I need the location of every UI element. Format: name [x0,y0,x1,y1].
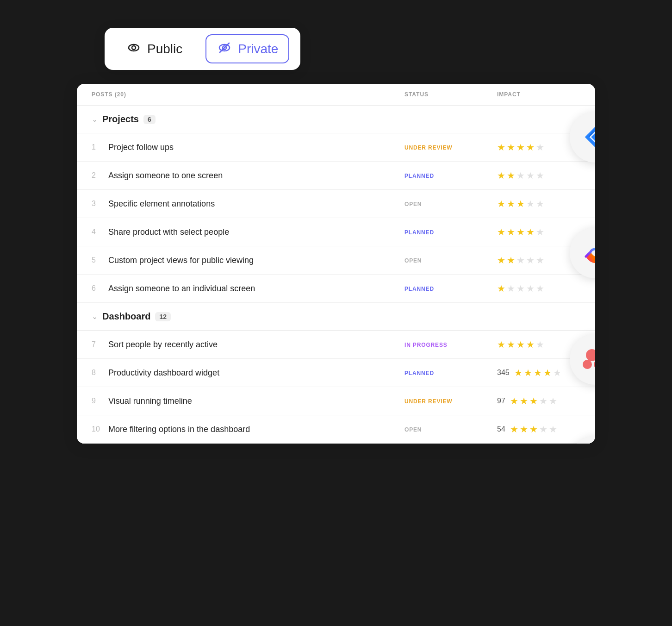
row-post-4: 4 Share product with select people [92,227,404,237]
row-stars-2: ★ ★ ★ ★ ★ [497,170,544,181]
visibility-toggle-bar: Public Private [105,28,300,70]
row-num-6: 6 [92,284,105,293]
row-status-10: OPEN [404,425,497,433]
private-label: Private [238,42,278,56]
row-num-7: 7 [92,340,105,349]
row-post-10: 10 More filtering options in the dashboa… [92,425,404,434]
section-dashboard-header: ⌄ Dashboard 12 [77,303,595,331]
impact-num-10: 54 [497,425,505,433]
svg-point-1 [132,46,136,50]
row-stars-8: ★ ★ ★ ★ ★ [514,367,561,378]
row-status-2: PLANNED [404,171,497,180]
row-num-3: 3 [92,200,105,208]
main-table-card: POSTS (20) STATUS IMPACT ⌄ Projects 6 1 … [77,84,595,444]
row-status-6: PLANNED [404,284,497,293]
table-row: 6 Assign someone to an individual screen… [77,275,595,303]
svg-point-6 [583,360,592,369]
row-stars-4: ★ ★ ★ ★ ★ [497,226,544,238]
row-impact-9: 97 ★ ★ ★ ★ ★ [497,395,580,407]
dashboard-section-title: Dashboard [102,311,150,322]
row-num-10: 10 [92,425,105,433]
row-title-8: Productivity dashboard widget [108,368,219,378]
row-post-2: 2 Assign someone to one screen [92,171,404,181]
row-impact-10: 54 ★ ★ ★ ★ ★ [497,424,580,435]
public-option[interactable]: Public [116,35,193,63]
row-post-6: 6 Assign someone to an individual screen [92,284,404,294]
row-num-5: 5 [92,256,105,264]
row-title-10: More filtering options in the dashboard [108,425,250,434]
row-status-9: UNDER REVIEW [404,397,497,405]
eye-open-icon [126,40,142,58]
public-label: Public [147,42,182,56]
col-status: STATUS [404,91,497,98]
row-title-6: Assign someone to an individual screen [108,284,255,294]
dashboard-count-badge: 12 [155,312,171,321]
row-num-4: 4 [92,228,105,236]
row-num-2: 2 [92,171,105,180]
row-status-3: OPEN [404,200,497,208]
row-post-3: 3 Specific element annotations [92,199,404,209]
row-title-1: Project follow ups [108,143,174,152]
table-row: 5 Custom project views for public viewin… [77,246,595,275]
dashboard-chevron-icon[interactable]: ⌄ [92,312,98,321]
row-impact-6: ★ ★ ★ ★ ★ [497,283,580,294]
row-status-7: IN PROGRESS [404,340,497,349]
row-impact-8: 345 ★ ★ ★ ★ ★ [497,367,580,378]
svg-point-7 [594,360,595,369]
row-title-2: Assign someone to one screen [108,171,223,181]
row-stars-5: ★ ★ ★ ★ ★ [497,255,544,266]
table-row: 2 Assign someone to one screen PLANNED ★… [77,162,595,190]
row-impact-7: ★ ★ ★ ★ ★ [497,339,580,350]
table-row: 8 Productivity dashboard widget PLANNED … [77,359,595,387]
table-row: 4 Share product with select people PLANN… [77,218,595,246]
row-post-9: 9 Visual running timeline [92,396,404,406]
eye-slash-icon [217,40,232,58]
row-num-1: 1 [92,143,105,151]
row-title-9: Visual running timeline [108,396,192,406]
col-impact: IMPACT [497,91,580,98]
row-impact-2: ★ ★ ★ ★ ★ [497,170,580,181]
table-row: 1 Project follow ups UNDER REVIEW ★ ★ ★ … [77,133,595,162]
row-status-8: PLANNED [404,369,497,377]
row-title-3: Specific element annotations [108,199,215,209]
row-post-7: 7 Sort people by recently active [92,340,404,350]
projects-section-title: Projects [102,114,139,125]
section-projects-header: ⌄ Projects 6 [77,106,595,133]
private-option[interactable]: Private [205,34,289,63]
impact-num-9: 97 [497,397,505,405]
table-header: POSTS (20) STATUS IMPACT [77,84,595,106]
row-status-5: OPEN [404,256,497,264]
page-wrapper: Public Private POSTS (20) STATUS IMPACT … [77,9,595,444]
row-status-4: PLANNED [404,228,497,236]
row-title-5: Custom project views for public viewing [108,256,254,265]
row-stars-10: ★ ★ ★ ★ ★ [510,424,557,435]
row-impact-4: ★ ★ ★ ★ ★ [497,226,580,238]
table-row: 9 Visual running timeline UNDER REVIEW 9… [77,387,595,415]
row-impact-3: ★ ★ ★ ★ ★ [497,198,580,209]
row-stars-3: ★ ★ ★ ★ ★ [497,198,544,209]
row-num-8: 8 [92,369,105,377]
impact-num-8: 345 [497,369,510,377]
row-post-8: 8 Productivity dashboard widget [92,368,404,378]
row-stars-9: ★ ★ ★ ★ ★ [510,395,557,407]
row-impact-5: ★ ★ ★ ★ ★ [497,255,580,266]
projects-chevron-icon[interactable]: ⌄ [92,115,98,124]
row-num-9: 9 [92,397,105,405]
row-stars-7: ★ ★ ★ ★ ★ [497,339,544,350]
row-post-5: 5 Custom project views for public viewin… [92,256,404,265]
row-post-1: 1 Project follow ups [92,143,404,152]
row-stars-6: ★ ★ ★ ★ ★ [497,283,544,294]
table-row: 3 Specific element annotations OPEN ★ ★ … [77,190,595,218]
table-row: 7 Sort people by recently active IN PROG… [77,331,595,359]
row-status-1: UNDER REVIEW [404,143,497,151]
row-title-4: Share product with select people [108,227,229,237]
row-impact-1: ★ ★ ★ ★ ★ [497,142,580,153]
col-posts: POSTS (20) [92,91,404,98]
svg-point-5 [586,349,595,361]
table-row: 10 More filtering options in the dashboa… [77,415,595,444]
row-stars-1: ★ ★ ★ ★ ★ [497,142,544,153]
projects-count-badge: 6 [143,115,156,124]
row-title-7: Sort people by recently active [108,340,218,350]
